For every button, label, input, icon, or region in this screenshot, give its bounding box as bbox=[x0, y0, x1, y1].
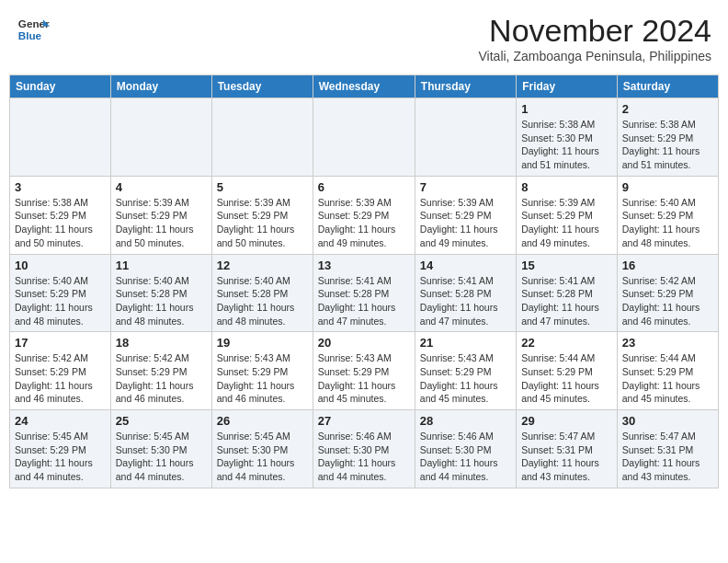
day-number: 15 bbox=[521, 259, 612, 272]
weekday-thursday: Thursday bbox=[415, 75, 516, 98]
calendar-cell: 12Sunrise: 5:40 AMSunset: 5:28 PMDayligh… bbox=[211, 254, 313, 332]
calendar-cell: 18Sunrise: 5:42 AMSunset: 5:29 PMDayligh… bbox=[110, 332, 211, 410]
day-info: Sunrise: 5:45 AMSunset: 5:29 PMDaylight:… bbox=[15, 430, 106, 484]
calendar-cell: 13Sunrise: 5:41 AMSunset: 5:28 PMDayligh… bbox=[313, 254, 415, 332]
week-row-4: 17Sunrise: 5:42 AMSunset: 5:29 PMDayligh… bbox=[10, 332, 719, 410]
weekday-header-row: SundayMondayTuesdayWednesdayThursdayFrid… bbox=[10, 75, 719, 98]
day-info: Sunrise: 5:46 AMSunset: 5:30 PMDaylight:… bbox=[420, 430, 511, 484]
calendar-cell: 15Sunrise: 5:41 AMSunset: 5:28 PMDayligh… bbox=[517, 254, 618, 332]
day-info: Sunrise: 5:38 AMSunset: 5:29 PMDaylight:… bbox=[622, 118, 713, 172]
day-info: Sunrise: 5:38 AMSunset: 5:30 PMDaylight:… bbox=[521, 118, 612, 172]
day-number: 19 bbox=[217, 336, 308, 350]
day-number: 13 bbox=[318, 259, 410, 272]
calendar-cell bbox=[415, 98, 516, 177]
day-number: 21 bbox=[420, 336, 511, 350]
calendar-cell: 24Sunrise: 5:45 AMSunset: 5:29 PMDayligh… bbox=[10, 410, 111, 488]
day-info: Sunrise: 5:42 AMSunset: 5:29 PMDaylight:… bbox=[622, 274, 713, 328]
calendar-cell: 23Sunrise: 5:44 AMSunset: 5:29 PMDayligh… bbox=[617, 332, 718, 410]
day-info: Sunrise: 5:40 AMSunset: 5:29 PMDaylight:… bbox=[622, 196, 713, 250]
calendar-cell: 29Sunrise: 5:47 AMSunset: 5:31 PMDayligh… bbox=[517, 410, 618, 488]
day-number: 18 bbox=[116, 336, 207, 350]
day-number: 29 bbox=[521, 414, 612, 428]
day-info: Sunrise: 5:40 AMSunset: 5:29 PMDaylight:… bbox=[15, 274, 106, 328]
calendar-cell: 27Sunrise: 5:46 AMSunset: 5:30 PMDayligh… bbox=[313, 410, 415, 488]
day-number: 1 bbox=[521, 102, 612, 116]
week-row-2: 3Sunrise: 5:38 AMSunset: 5:29 PMDaylight… bbox=[10, 176, 719, 254]
day-number: 27 bbox=[318, 414, 410, 428]
day-number: 9 bbox=[622, 180, 713, 194]
calendar-cell: 3Sunrise: 5:38 AMSunset: 5:29 PMDaylight… bbox=[10, 176, 111, 254]
week-row-5: 24Sunrise: 5:45 AMSunset: 5:29 PMDayligh… bbox=[10, 410, 719, 488]
day-info: Sunrise: 5:42 AMSunset: 5:29 PMDaylight:… bbox=[116, 351, 207, 406]
weekday-monday: Monday bbox=[110, 75, 211, 98]
calendar-cell: 9Sunrise: 5:40 AMSunset: 5:29 PMDaylight… bbox=[617, 176, 718, 254]
calendar-table: SundayMondayTuesdayWednesdayThursdayFrid… bbox=[9, 75, 719, 488]
day-number: 8 bbox=[521, 180, 612, 194]
day-info: Sunrise: 5:41 AMSunset: 5:28 PMDaylight:… bbox=[318, 274, 410, 328]
calendar-cell: 20Sunrise: 5:43 AMSunset: 5:29 PMDayligh… bbox=[313, 332, 415, 410]
week-row-1: 1Sunrise: 5:38 AMSunset: 5:30 PMDaylight… bbox=[10, 98, 719, 177]
day-info: Sunrise: 5:38 AMSunset: 5:29 PMDaylight:… bbox=[15, 196, 106, 250]
calendar-cell: 11Sunrise: 5:40 AMSunset: 5:28 PMDayligh… bbox=[110, 254, 211, 332]
day-number: 12 bbox=[217, 259, 308, 272]
day-info: Sunrise: 5:43 AMSunset: 5:29 PMDaylight:… bbox=[318, 351, 410, 406]
day-number: 5 bbox=[217, 180, 308, 194]
day-number: 10 bbox=[15, 259, 106, 272]
calendar-cell: 16Sunrise: 5:42 AMSunset: 5:29 PMDayligh… bbox=[617, 254, 718, 332]
day-info: Sunrise: 5:43 AMSunset: 5:29 PMDaylight:… bbox=[217, 351, 308, 406]
day-info: Sunrise: 5:41 AMSunset: 5:28 PMDaylight:… bbox=[521, 274, 612, 328]
day-info: Sunrise: 5:41 AMSunset: 5:28 PMDaylight:… bbox=[420, 274, 511, 328]
day-number: 26 bbox=[217, 414, 308, 428]
calendar-cell: 4Sunrise: 5:39 AMSunset: 5:29 PMDaylight… bbox=[110, 176, 211, 254]
day-info: Sunrise: 5:45 AMSunset: 5:30 PMDaylight:… bbox=[116, 430, 207, 484]
day-number: 17 bbox=[15, 336, 106, 350]
day-info: Sunrise: 5:47 AMSunset: 5:31 PMDaylight:… bbox=[521, 430, 612, 484]
calendar-cell: 21Sunrise: 5:43 AMSunset: 5:29 PMDayligh… bbox=[415, 332, 516, 410]
calendar-cell: 17Sunrise: 5:42 AMSunset: 5:29 PMDayligh… bbox=[10, 332, 111, 410]
calendar-cell: 26Sunrise: 5:45 AMSunset: 5:30 PMDayligh… bbox=[211, 410, 313, 488]
day-info: Sunrise: 5:39 AMSunset: 5:29 PMDaylight:… bbox=[318, 196, 410, 250]
day-number: 4 bbox=[116, 180, 207, 194]
calendar-cell bbox=[10, 98, 111, 177]
logo: General Blue bbox=[17, 13, 50, 46]
calendar-cell: 30Sunrise: 5:47 AMSunset: 5:31 PMDayligh… bbox=[617, 410, 718, 488]
weekday-wednesday: Wednesday bbox=[313, 75, 415, 98]
day-number: 16 bbox=[622, 259, 713, 272]
weekday-friday: Friday bbox=[517, 75, 618, 98]
day-number: 25 bbox=[116, 414, 207, 428]
calendar-cell: 14Sunrise: 5:41 AMSunset: 5:28 PMDayligh… bbox=[415, 254, 516, 332]
calendar-cell: 10Sunrise: 5:40 AMSunset: 5:29 PMDayligh… bbox=[10, 254, 111, 332]
day-info: Sunrise: 5:44 AMSunset: 5:29 PMDaylight:… bbox=[521, 351, 612, 406]
day-info: Sunrise: 5:40 AMSunset: 5:28 PMDaylight:… bbox=[217, 274, 308, 328]
day-info: Sunrise: 5:39 AMSunset: 5:29 PMDaylight:… bbox=[116, 196, 207, 250]
day-number: 2 bbox=[622, 102, 713, 116]
day-number: 3 bbox=[15, 180, 106, 194]
day-number: 24 bbox=[15, 414, 106, 428]
day-number: 6 bbox=[318, 180, 410, 194]
calendar-cell: 28Sunrise: 5:46 AMSunset: 5:30 PMDayligh… bbox=[415, 410, 516, 488]
page-header: General Blue November 2024 Vitali, Zambo… bbox=[9, 9, 719, 67]
weekday-saturday: Saturday bbox=[617, 75, 718, 98]
location: Vitali, Zamboanga Peninsula, Philippines bbox=[479, 49, 711, 63]
calendar-cell: 7Sunrise: 5:39 AMSunset: 5:29 PMDaylight… bbox=[415, 176, 516, 254]
day-info: Sunrise: 5:39 AMSunset: 5:29 PMDaylight:… bbox=[521, 196, 612, 250]
logo-icon: General Blue bbox=[17, 13, 50, 46]
day-number: 23 bbox=[622, 336, 713, 350]
day-number: 11 bbox=[116, 259, 207, 272]
day-number: 30 bbox=[622, 414, 713, 428]
calendar-cell: 5Sunrise: 5:39 AMSunset: 5:29 PMDaylight… bbox=[211, 176, 313, 254]
day-info: Sunrise: 5:45 AMSunset: 5:30 PMDaylight:… bbox=[217, 430, 308, 484]
day-info: Sunrise: 5:39 AMSunset: 5:29 PMDaylight:… bbox=[217, 196, 308, 250]
day-info: Sunrise: 5:42 AMSunset: 5:29 PMDaylight:… bbox=[15, 351, 106, 406]
day-number: 22 bbox=[521, 336, 612, 350]
svg-text:Blue: Blue bbox=[18, 29, 42, 41]
month-title: November 2024 bbox=[479, 13, 711, 49]
calendar-cell: 22Sunrise: 5:44 AMSunset: 5:29 PMDayligh… bbox=[517, 332, 618, 410]
day-number: 14 bbox=[420, 259, 511, 272]
calendar-cell: 19Sunrise: 5:43 AMSunset: 5:29 PMDayligh… bbox=[211, 332, 313, 410]
calendar-cell: 2Sunrise: 5:38 AMSunset: 5:29 PMDaylight… bbox=[617, 98, 718, 177]
day-info: Sunrise: 5:47 AMSunset: 5:31 PMDaylight:… bbox=[622, 430, 713, 484]
day-number: 7 bbox=[420, 180, 511, 194]
calendar-cell: 6Sunrise: 5:39 AMSunset: 5:29 PMDaylight… bbox=[313, 176, 415, 254]
calendar-cell: 1Sunrise: 5:38 AMSunset: 5:30 PMDaylight… bbox=[517, 98, 618, 177]
